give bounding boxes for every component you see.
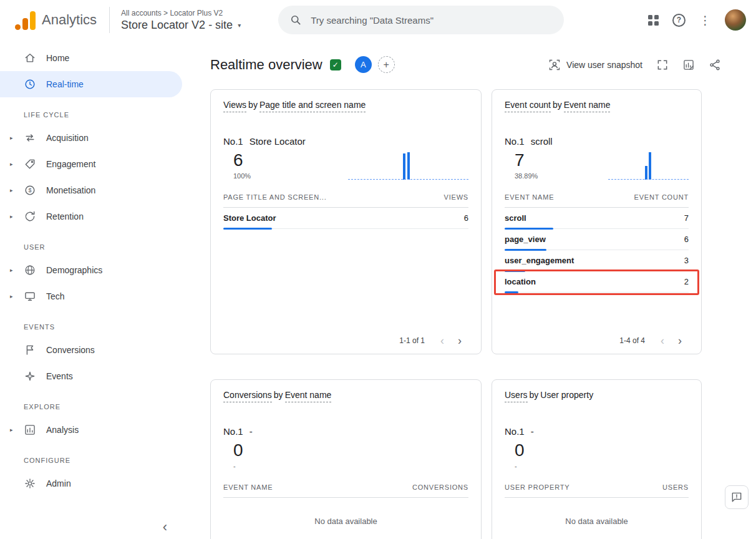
row-name: user_engagement	[505, 256, 574, 265]
sidebar-item-tech[interactable]: ▸ Tech	[0, 283, 187, 309]
metric-selector[interactable]: Conversions	[223, 390, 272, 402]
sidebar-item-conversions[interactable]: Conversions	[0, 337, 187, 363]
metric-percent: 38.89%	[515, 172, 538, 180]
row-name: scroll	[505, 213, 526, 223]
customize-report-icon[interactable]	[682, 59, 695, 71]
row-value: 6	[684, 235, 689, 244]
dimension-selector[interactable]: Page title and screen name	[259, 100, 366, 112]
top-entry: No.1 scroll	[505, 136, 689, 147]
overflow-menu-icon[interactable]: ⋮	[699, 14, 711, 26]
card-title: ConversionsbyEvent name	[223, 390, 468, 400]
table-header: EVENT NAME EVENT COUNT	[505, 180, 689, 208]
top-entry: No.1 Store Locator	[223, 136, 468, 147]
pagination: 1-1 of 1 ‹ ›	[223, 329, 468, 346]
table-row[interactable]: page_view 6	[505, 229, 689, 250]
sidebar-section-events: EVENTS	[0, 309, 187, 337]
fullscreen-icon[interactable]	[656, 59, 669, 71]
acquisition-icon	[24, 132, 36, 144]
clock-icon	[24, 78, 36, 90]
page-layout: Home Real-time LIFE CYCLE ▸ Acquisition …	[0, 40, 756, 539]
rank-label: No.1	[223, 426, 243, 437]
sidebar-item-retention[interactable]: ▸ Retention	[0, 203, 187, 230]
metric-selector[interactable]: Users	[505, 390, 528, 402]
row-value-bar	[223, 228, 272, 230]
table-row[interactable]: user_engagement 3	[505, 250, 689, 271]
card-title: UsersbyUser property	[505, 390, 689, 400]
rank-value: -	[531, 426, 534, 437]
rank-value: scroll	[531, 136, 553, 147]
column-header-dimension: EVENT NAME	[223, 483, 273, 491]
share-icon[interactable]	[709, 59, 721, 71]
metric-total: 6	[233, 150, 251, 170]
feedback-bubble-icon	[730, 491, 743, 503]
sidebar-item-events[interactable]: Events	[0, 363, 187, 389]
rank-value: -	[250, 426, 253, 437]
card-title: ViewsbyPage title and screen name	[223, 100, 468, 110]
add-comparison-button[interactable]: +	[378, 56, 395, 73]
comparison-a-chip[interactable]: A	[355, 56, 372, 73]
expand-arrow-icon: ▸	[10, 267, 24, 273]
row-value: 2	[684, 277, 689, 286]
globe-icon	[24, 264, 36, 276]
row-name: page_view	[505, 235, 546, 244]
sidebar-item-engagement[interactable]: ▸ Engagement	[0, 151, 187, 177]
topbar-actions: ? ⋮	[648, 9, 746, 31]
column-header-dimension: PAGE TITLE AND SCREEN...	[223, 193, 327, 201]
card-views-by-page-title: ViewsbyPage title and screen name No.1 S…	[210, 89, 482, 354]
breadcrumb[interactable]: All accounts > Locator Plus V2	[121, 9, 241, 17]
table-row-highlighted[interactable]: location 2	[505, 271, 689, 293]
sidebar-item-realtime[interactable]: Real-time	[0, 71, 182, 97]
property-selector[interactable]: Store Locator V2 - site ▾	[121, 19, 241, 32]
sidebar-item-label: Real-time	[46, 79, 84, 89]
sidebar-item-demographics[interactable]: ▸ Demographics	[0, 257, 187, 283]
account-property-switcher[interactable]: All accounts > Locator Plus V2 Store Loc…	[121, 9, 241, 32]
pagination-label: 1-1 of 1	[399, 336, 425, 345]
table-row[interactable]: Store Locator 6	[223, 208, 468, 229]
sidebar-item-label: Conversions	[46, 345, 95, 355]
expand-arrow-icon: ▸	[10, 161, 24, 167]
row-value: 6	[464, 213, 468, 223]
card-grid: ViewsbyPage title and screen name No.1 S…	[210, 89, 756, 539]
collapse-sidebar-button[interactable]: ‹	[163, 519, 167, 535]
table-header: USER PROPERTY USERS	[505, 470, 689, 498]
sidebar-item-home[interactable]: Home	[0, 45, 187, 71]
sidebar-item-acquisition[interactable]: ▸ Acquisition	[0, 125, 187, 151]
next-page-icon[interactable]: ›	[671, 335, 689, 346]
dashboards-grid-icon[interactable]	[648, 15, 659, 26]
expand-arrow-icon: ▸	[10, 427, 24, 433]
metric-total: 7	[515, 150, 538, 170]
dimension-selector[interactable]: User property	[540, 390, 593, 400]
row-name: Store Locator	[223, 213, 276, 223]
next-page-icon[interactable]: ›	[451, 335, 468, 346]
prev-page-icon[interactable]: ‹	[654, 335, 671, 346]
metric-percent: -	[515, 462, 525, 470]
sidebar-section-explore: EXPLORE	[0, 389, 187, 417]
column-header-dimension: USER PROPERTY	[505, 483, 569, 491]
metric-percent: 100%	[233, 172, 251, 180]
analysis-chart-icon	[24, 424, 36, 436]
sidebar-item-admin[interactable]: Admin	[0, 470, 187, 497]
search-input[interactable]	[309, 14, 553, 26]
prev-page-icon[interactable]: ‹	[434, 335, 451, 346]
help-button[interactable]: ?	[672, 14, 686, 27]
metric-total: 0	[515, 440, 525, 460]
dimension-selector[interactable]: Event name	[564, 100, 611, 112]
card-conversions-by-event-name: ConversionsbyEvent name No.1 - 0 - EVENT…	[210, 379, 482, 539]
sidebar-nav: Home Real-time LIFE CYCLE ▸ Acquisition …	[0, 40, 187, 539]
user-avatar[interactable]	[725, 9, 746, 31]
sidebar-item-label: Engagement	[46, 159, 95, 169]
analytics-logo-icon[interactable]	[15, 10, 36, 30]
view-user-snapshot-button[interactable]: View user snapshot	[548, 59, 642, 71]
column-header-metric: USERS	[662, 483, 689, 491]
table-row[interactable]: scroll 7	[505, 208, 689, 229]
sidebar-item-analysis[interactable]: ▸ Analysis	[0, 417, 187, 443]
row-value: 7	[684, 213, 689, 223]
metric-selector[interactable]: Event count	[505, 100, 551, 112]
sidebar-item-label: Events	[46, 371, 73, 381]
metric-selector[interactable]: Views	[223, 100, 246, 112]
sidebar-item-label: Demographics	[46, 265, 102, 275]
sidebar-item-monetisation[interactable]: ▸ $ Monetisation	[0, 177, 187, 203]
feedback-button[interactable]	[725, 485, 749, 509]
sidebar-section-user: USER	[0, 230, 187, 257]
dimension-selector[interactable]: Event name	[285, 390, 332, 402]
